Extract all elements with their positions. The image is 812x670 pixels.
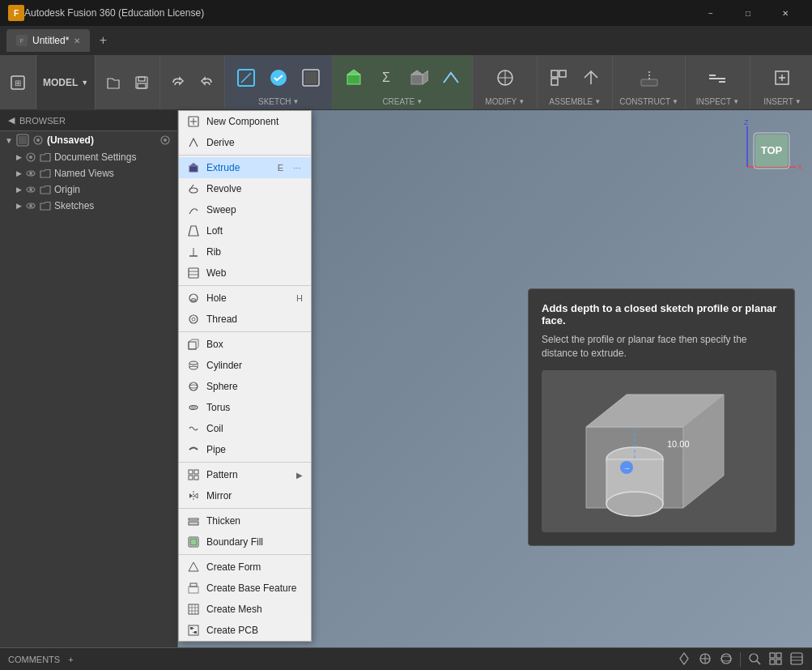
menu-boundary-fill[interactable]: Boundary Fill [179,531,311,553]
undo-button[interactable] [165,70,191,96]
active-tab[interactable]: F Untitled* ✕ [6,29,90,52]
svg-rect-24 [559,70,566,77]
svg-rect-23 [551,70,558,77]
assemble-group-label[interactable]: ASSEMBLE ▼ [549,97,601,106]
inspect-button[interactable] [703,63,732,92]
minimize-button[interactable]: − [692,0,729,26]
tree-sketches[interactable]: ▶ Sketches [0,198,177,214]
menu-pattern[interactable]: Pattern ▶ [179,464,311,485]
orbit-button[interactable] [719,651,733,668]
create-extrude-button[interactable] [339,63,368,92]
eye-icon [25,168,36,179]
svg-text:F: F [20,38,23,44]
sphere-icon [187,380,200,393]
tab-close-button[interactable]: ✕ [74,36,80,45]
extrude-shortcut: E [278,163,285,173]
tooltip-description: Select the profile or planar face then s… [542,333,781,361]
tab-bar: F Untitled* ✕ + [0,26,812,55]
sketch-group-label[interactable]: SKETCH ▼ [258,97,299,106]
save-button[interactable] [129,70,155,96]
close-button[interactable]: ✕ [767,0,804,26]
browser-back-button[interactable]: ◀ [8,115,15,126]
menu-create-pcb[interactable]: Create PCB [179,620,311,641]
menu-extrude[interactable]: Extrude E ⋯ [179,157,311,178]
form-icon [187,561,200,574]
create-surface-button[interactable] [436,63,466,92]
finish-sketch-button[interactable] [264,63,293,92]
home-button[interactable]: ⊞ [5,70,31,96]
menu-loft[interactable]: Loft [179,220,311,241]
assemble-btn2[interactable] [576,63,606,92]
menu-cylinder[interactable]: Cylinder [179,355,311,376]
sketch-palette-button[interactable] [296,63,325,92]
insert-group-label[interactable]: INSERT ▼ [763,97,801,106]
menu-new-component[interactable]: New Component [179,111,311,132]
insert-arrow: ▼ [795,98,801,105]
tree-document-settings[interactable]: ▶ Document Settings [0,149,177,165]
svg-rect-17 [411,75,423,84]
hole-icon [187,292,200,305]
svg-rect-87 [194,476,198,480]
menu-mirror[interactable]: Mirror [179,485,311,506]
insert-group: INSERT ▼ [750,55,812,109]
modify-group-label[interactable]: MODIFY ▼ [485,97,525,106]
menu-coil[interactable]: Coil [179,418,311,439]
rib-label: Rib [206,246,221,258]
maximize-button[interactable]: □ [729,0,767,26]
open-button[interactable] [100,70,126,96]
menu-create-base-feature[interactable]: Create Base Feature [179,578,311,599]
menu-sphere[interactable]: Sphere [179,376,311,397]
menu-web[interactable]: Web [179,262,311,284]
inspect-arrow: ▼ [733,98,739,105]
construct-button[interactable] [635,63,664,92]
create-sigma-button[interactable]: Σ [372,63,401,92]
modify-button[interactable] [491,63,520,92]
svg-rect-67 [189,268,198,278]
menu-hole[interactable]: Hole H [179,288,311,309]
torus-label: Torus [206,402,230,413]
menu-sweep[interactable]: Sweep [179,199,311,220]
extrude-more-icon[interactable]: ⋯ [291,164,303,173]
zoom-button[interactable] [747,651,762,668]
menu-thread[interactable]: Thread [179,309,311,330]
view-options-button[interactable] [768,651,783,668]
svg-marker-19 [423,70,428,84]
menu-rib[interactable]: Rib [179,241,311,262]
svg-rect-14 [347,75,360,84]
svg-rect-102 [190,627,193,629]
create-group-label[interactable]: CREATE ▼ [382,97,423,106]
assemble-button[interactable] [544,63,573,92]
menu-revolve[interactable]: Revolve [179,178,311,199]
navigate-button[interactable] [677,651,691,668]
sketch-button[interactable] [232,63,261,92]
menu-thicken[interactable]: Thicken [179,510,311,531]
add-comment-button[interactable]: + [68,655,73,664]
menu-torus[interactable]: Torus [179,397,311,418]
box-icon [187,338,200,351]
tree-root-item[interactable]: ▼ (Unsaved) [0,131,177,149]
insert-button[interactable] [767,63,797,92]
web-icon [187,267,200,280]
new-tab-button[interactable]: + [93,31,113,50]
tree-origin[interactable]: ▶ Origin [0,181,177,198]
menu-box[interactable]: Box [179,334,311,355]
svg-rect-90 [189,522,198,525]
menu-create-mesh[interactable]: Create Mesh [179,599,311,620]
boundary-fill-label: Boundary Fill [206,536,263,548]
model-menu-button[interactable]: MODEL ▼ [36,55,96,110]
view-cube[interactable]: X Z TOP [739,118,804,183]
pan-button[interactable] [698,651,712,668]
redo-button[interactable] [193,70,219,96]
menu-create-form[interactable]: Create Form [179,557,311,578]
viewport[interactable]: New Component Derive Extrude E ⋯ [178,110,812,647]
svg-rect-8 [138,83,146,88]
inspect-group-label[interactable]: INSPECT ▼ [696,97,739,106]
display-options-button[interactable] [789,651,804,668]
folder-icon [40,151,51,163]
construct-group-label[interactable]: CONSTRUCT ▼ [619,97,678,106]
menu-pipe[interactable]: Pipe [179,439,311,460]
tree-named-views[interactable]: ▶ Named Views [0,165,177,181]
menu-derive[interactable]: Derive [179,132,311,153]
create-solid-button[interactable] [404,63,433,92]
title-bar: F Autodesk Fusion 360 (Education License… [0,0,812,26]
